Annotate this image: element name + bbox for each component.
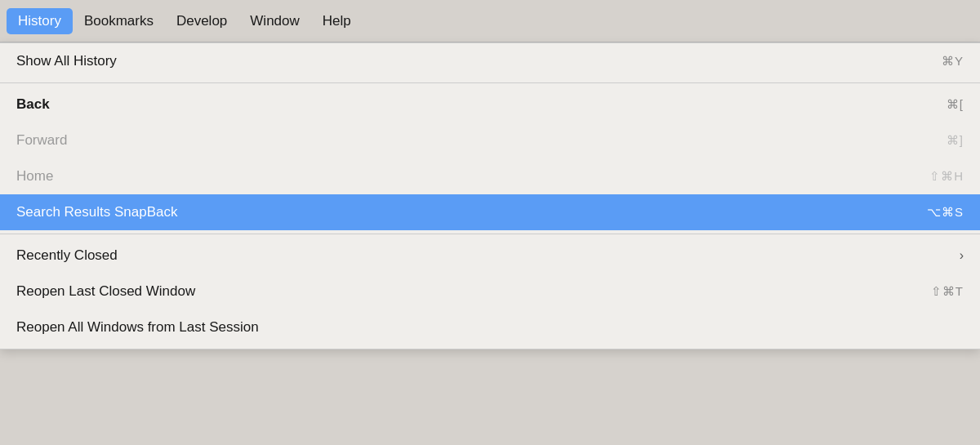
- menu-bar-item-label-develop: Develop: [176, 13, 227, 29]
- back-label: Back: [16, 96, 50, 113]
- menu-bar-item-label-history: History: [18, 13, 61, 29]
- recently-closed-chevron-icon: ›: [960, 248, 964, 263]
- forward-shortcut: ⌘]: [947, 133, 964, 148]
- separator-bottom: [0, 349, 980, 349]
- menu-item-show-all-history[interactable]: Show All History ⌘Y: [0, 43, 980, 79]
- menu-item-search-results-snapback[interactable]: Search Results SnapBack ⌥⌘S: [0, 194, 980, 230]
- forward-label: Forward: [16, 132, 67, 149]
- menu-item-back[interactable]: Back ⌘[: [0, 87, 980, 122]
- show-all-history-label: Show All History: [16, 53, 117, 69]
- snapback-label: Search Results SnapBack: [16, 204, 178, 220]
- menu-bar-item-label-help: Help: [323, 13, 351, 29]
- reopen-all-windows-label: Reopen All Windows from Last Session: [16, 319, 259, 336]
- menu-bar-item-label-bookmarks: Bookmarks: [84, 13, 154, 29]
- menu-bar-item-develop[interactable]: Develop: [165, 8, 238, 34]
- show-all-history-shortcut: ⌘Y: [942, 54, 964, 69]
- home-label: Home: [16, 168, 53, 185]
- menu-item-recently-closed[interactable]: Recently Closed ›: [0, 238, 980, 274]
- history-dropdown: Show All History ⌘Y Back ⌘[ Forward ⌘] H…: [0, 42, 980, 349]
- reopen-last-closed-label: Reopen Last Closed Window: [16, 283, 195, 300]
- menu-item-reopen-all-windows[interactable]: Reopen All Windows from Last Session: [0, 309, 980, 345]
- home-shortcut: ⇧⌘H: [929, 169, 964, 184]
- recently-closed-label: Recently Closed: [16, 247, 118, 264]
- separator-1: [0, 82, 980, 83]
- menu-item-home[interactable]: Home ⇧⌘H: [0, 158, 980, 194]
- snapback-shortcut: ⌥⌘S: [927, 205, 964, 220]
- separator-2: [0, 234, 980, 234]
- reopen-last-closed-shortcut: ⇧⌘T: [931, 284, 964, 299]
- menu-bar-item-history[interactable]: History: [7, 8, 73, 34]
- menu-bar-item-help[interactable]: Help: [311, 8, 363, 34]
- menu-item-reopen-last-closed-window[interactable]: Reopen Last Closed Window ⇧⌘T: [0, 274, 980, 309]
- menu-bar-item-window[interactable]: Window: [238, 8, 310, 34]
- menu-bar-item-label-window: Window: [250, 13, 299, 29]
- back-shortcut: ⌘[: [947, 97, 964, 112]
- menu-item-forward[interactable]: Forward ⌘]: [0, 122, 980, 158]
- menu-bar: History Bookmarks Develop Window Help: [0, 0, 980, 42]
- menu-bar-item-bookmarks[interactable]: Bookmarks: [73, 8, 165, 34]
